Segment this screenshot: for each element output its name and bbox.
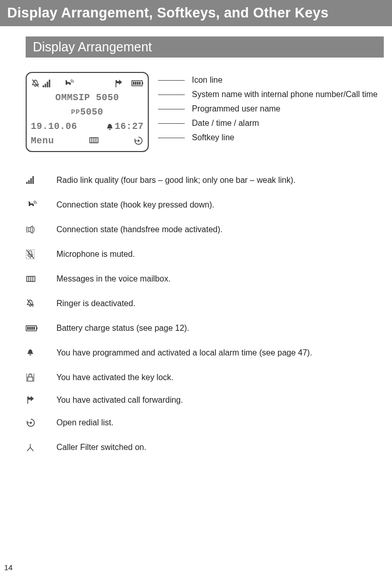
pointer-row: Programmed user name xyxy=(158,102,384,116)
ringer-off-icon xyxy=(26,298,35,309)
pointer-icon-line: Icon line xyxy=(192,76,223,85)
call-forward-icon xyxy=(26,395,35,405)
section-title: Display Arrangement xyxy=(26,36,384,58)
lcd-user-name: PP5050 xyxy=(31,105,144,119)
redial-icon xyxy=(26,418,36,428)
legend-text: Messages in the voice mailbox. xyxy=(56,274,170,284)
legend-row: You have activated the key lock. xyxy=(26,367,384,388)
alarm-icon xyxy=(26,348,35,358)
battery-icon xyxy=(131,79,144,88)
caller-filter-icon xyxy=(26,442,35,453)
pointer-user-name: Programmed user name xyxy=(192,104,281,114)
legend-text: Connection state (handsfree mode activat… xyxy=(56,225,223,234)
legend-row: You have activated call forwarding. xyxy=(26,391,384,409)
lcd-date: 19.10.06 xyxy=(31,121,77,132)
alarm-icon xyxy=(105,122,112,130)
lcd-icon-line xyxy=(31,76,144,90)
pointer-row: Icon line xyxy=(158,73,384,87)
battery-icon xyxy=(26,324,39,333)
legend-row: Battery charge status (see page 12). xyxy=(26,317,384,339)
legend-row: Connection state (handsfree mode activat… xyxy=(26,219,384,240)
redial-icon xyxy=(133,136,144,146)
icon-legend: Radio link quality (four bars – good lin… xyxy=(26,170,384,458)
pointer-softkey: Softkey line xyxy=(192,133,234,142)
legend-row: Radio link quality (four bars – good lin… xyxy=(26,170,384,191)
lcd-time: 16:27 xyxy=(114,121,144,132)
legend-row: Caller Filter switched on. xyxy=(26,437,384,458)
voicemail-icon xyxy=(26,274,37,284)
pointer-row: Softkey line xyxy=(158,130,384,145)
ringer-off-icon xyxy=(31,79,39,88)
legend-row: Microphone is muted. xyxy=(26,243,384,265)
pointer-datetime: Date / time / alarm xyxy=(192,119,259,128)
pointer-row: Date / time / alarm xyxy=(158,116,384,130)
pointer-labels: Icon line System name with internal phon… xyxy=(158,72,384,145)
legend-text: Radio link quality (four bars – good lin… xyxy=(56,176,296,185)
legend-row: Messages in the voice mailbox. xyxy=(26,268,384,290)
lcd-softkey-line: Menu xyxy=(31,134,144,148)
legend-text: Connection state (hook key pressed down)… xyxy=(56,200,214,210)
legend-row: Open redial list. xyxy=(26,412,384,434)
legend-text: You have activated the key lock. xyxy=(56,373,173,382)
hook-icon xyxy=(26,200,38,210)
signal-bars-icon xyxy=(26,175,37,185)
legend-text: Battery charge status (see page 12). xyxy=(56,324,189,333)
content-area: Display Arrangement OMMSIP 5050 PP5050 xyxy=(0,26,392,458)
lcd-pp-prefix: PP xyxy=(71,108,81,116)
legend-text: Caller Filter switched on. xyxy=(56,443,146,452)
voicemail-icon xyxy=(89,135,99,144)
legend-text: Microphone is muted. xyxy=(56,250,135,259)
keylock-icon xyxy=(26,372,35,383)
pointer-system-name: System name with internal phone number/C… xyxy=(192,90,378,99)
lcd-system-name: OMMSIP 5050 xyxy=(31,90,144,105)
legend-row: Connection state (hook key pressed down)… xyxy=(26,194,384,216)
legend-text: Ringer is deactivated. xyxy=(56,299,135,308)
page-title: Display Arrangement, Softkeys, and Other… xyxy=(0,0,392,26)
legend-text: You have activated call forwarding. xyxy=(56,396,183,405)
lcd-datetime-line: 19.10.06 16:27 xyxy=(31,119,144,134)
legend-text: You have programmed and activated a loca… xyxy=(56,348,312,358)
page-number: 14 xyxy=(4,563,13,572)
legend-row: You have programmed and activated a loca… xyxy=(26,342,384,364)
pointer-row: System name with internal phone number/C… xyxy=(158,87,384,102)
legend-row: Ringer is deactivated. xyxy=(26,293,384,314)
hook-icon xyxy=(63,79,74,88)
legend-text: Open redial list. xyxy=(56,418,113,427)
lcd-user-number: 5050 xyxy=(80,107,103,117)
mic-mute-icon xyxy=(26,249,35,259)
signal-bars-icon xyxy=(42,79,51,88)
lcd-screen: OMMSIP 5050 PP5050 19.10.06 16:27 Menu xyxy=(26,72,149,152)
display-diagram: OMMSIP 5050 PP5050 19.10.06 16:27 Menu xyxy=(26,72,384,152)
handsfree-icon xyxy=(26,224,36,235)
call-forward-icon xyxy=(114,79,122,88)
lcd-softkey-menu: Menu xyxy=(31,136,54,146)
